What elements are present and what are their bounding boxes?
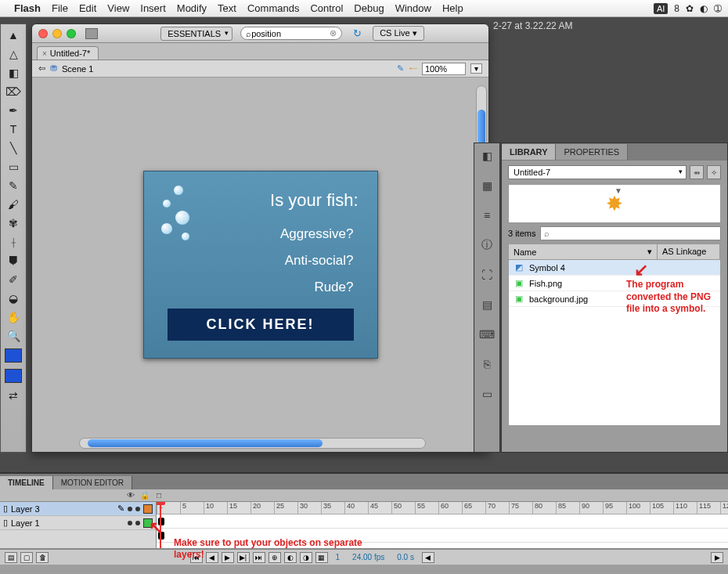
close-button[interactable] [38, 29, 48, 38]
flyout-align-icon[interactable]: ≡ [478, 208, 496, 223]
clear-search-icon[interactable]: ⊗ [330, 28, 337, 38]
minimize-button[interactable] [52, 29, 62, 38]
zoom-button[interactable] [67, 29, 76, 38]
banner-ad[interactable]: Is your fish: Aggressive? Anti-social? R… [143, 171, 378, 359]
pin-library-icon[interactable]: ⇴ [690, 165, 704, 179]
menu-view[interactable]: View [107, 2, 129, 14]
tool-hand[interactable]: ✋ [2, 309, 24, 325]
menu-insert[interactable]: Insert [140, 2, 166, 14]
flyout-code-icon[interactable]: ⌨ [478, 327, 496, 342]
scene-name[interactable]: Scene 1 [62, 64, 93, 74]
sort-icon[interactable]: ▾ [647, 247, 652, 257]
tool-subselect[interactable]: △ [2, 46, 24, 62]
menubar-app[interactable]: Flash [14, 2, 41, 14]
tab-properties[interactable]: PROPERTIES [556, 144, 628, 160]
tool-eraser[interactable]: ◒ [2, 291, 24, 306]
menu-help[interactable]: Help [442, 2, 463, 14]
banner-cta-button[interactable]: CLICK HERE! [168, 309, 354, 341]
layer-row[interactable]: ▯ Layer 3 ✎ [0, 502, 156, 516]
tool-paint-bucket[interactable]: ⛊ [2, 253, 24, 269]
col-linkage[interactable]: AS Linkage [658, 244, 720, 259]
flyout-project-icon[interactable]: ⎘ [478, 356, 496, 372]
tab-timeline[interactable]: TIMELINE [0, 476, 53, 489]
tool-zoom[interactable]: 🔍 [2, 328, 24, 344]
library-item[interactable]: ◩ Symbol 4 [509, 260, 720, 276]
new-layer-button[interactable]: ▤ [5, 552, 17, 563]
tool-bone[interactable]: ⟊ [2, 234, 24, 250]
edit-scene-icon[interactable]: ✎ [397, 63, 404, 74]
ruler-tick: 75 [509, 502, 519, 514]
menu-commands[interactable]: Commands [247, 2, 299, 14]
new-library-icon[interactable]: ✧ [707, 165, 721, 179]
tool-text[interactable]: T [2, 121, 24, 137]
frame-row[interactable] [157, 514, 728, 529]
tool-brush[interactable]: 🖌 [2, 197, 24, 212]
stroke-color-swatch[interactable] [5, 348, 22, 363]
lock-column-icon[interactable]: 🔒 [139, 491, 150, 500]
tab-close-icon[interactable]: × [42, 49, 47, 58]
ruler-tick: 85 [556, 502, 566, 514]
menu-edit[interactable]: Edit [79, 2, 96, 14]
timeline-scroll-right[interactable]: ▶ [711, 552, 723, 563]
menu-window[interactable]: Window [395, 2, 431, 14]
zoom-input[interactable] [422, 63, 466, 75]
doc-tab[interactable]: × Untitled-7* [37, 46, 99, 60]
timeline-scroll-left[interactable]: ◀ [422, 552, 434, 563]
workspace-dropdown[interactable]: ESSENTIALS [160, 27, 232, 41]
tool-free-transform[interactable]: ◧ [2, 65, 24, 81]
tab-library[interactable]: LIBRARY [502, 144, 556, 160]
eye-column-icon[interactable]: 👁 [125, 491, 136, 500]
flyout-library-icon[interactable]: ▤ [478, 297, 496, 312]
zoom-dropdown[interactable]: ▾ [470, 63, 482, 74]
menu-text[interactable]: Text [218, 2, 236, 14]
layer-row[interactable]: ▯ Layer 1 [0, 516, 156, 530]
delete-layer-button[interactable]: 🗑 [36, 552, 49, 563]
flyout-swatches-icon[interactable]: ▦ [478, 178, 496, 193]
scene-back-icon[interactable]: ⇦ [38, 63, 45, 74]
tab-motion-editor[interactable]: MOTION EDITOR [53, 476, 132, 489]
menu-extra-2-icon[interactable]: ◐ [700, 3, 708, 14]
library-tabs: LIBRARY PROPERTIES [502, 143, 727, 161]
layer-lock-dot[interactable] [135, 507, 140, 511]
tool-swap-colors[interactable]: ⇄ [2, 388, 24, 403]
flyout-info-icon[interactable]: ⓘ [478, 237, 496, 253]
edit-symbols-icon[interactable]: ⬳ [409, 64, 417, 74]
flyout-strings-icon[interactable]: ▭ [478, 386, 496, 402]
menu-modify[interactable]: Modify [177, 2, 207, 14]
titlebar[interactable]: ESSENTIALS ⌕ ⊗ ↻ CS Live ▾ [32, 24, 488, 43]
menu-extra-3-icon[interactable]: ➀ [714, 3, 722, 14]
tool-lasso[interactable]: ⌦ [2, 84, 24, 99]
h-scroll-thumb[interactable] [88, 439, 323, 447]
outline-column-icon[interactable]: □ [153, 491, 164, 500]
tool-select[interactable]: ▲ [2, 27, 24, 43]
menu-control[interactable]: Control [310, 2, 343, 14]
menu-debug[interactable]: Debug [354, 2, 384, 14]
layer-visible-dot[interactable] [128, 507, 132, 511]
tool-deco[interactable]: ✾ [2, 215, 24, 231]
fill-color-swatch[interactable] [5, 369, 22, 383]
tool-line[interactable]: ╲ [2, 140, 24, 156]
search-input[interactable] [251, 29, 314, 38]
horizontal-scrollbar[interactable] [79, 438, 426, 449]
tool-pencil[interactable]: ✎ [2, 178, 24, 193]
menu-file[interactable]: File [52, 2, 68, 14]
tool-rect[interactable]: ▭ [2, 159, 24, 175]
new-folder-button[interactable]: ▢ [20, 552, 33, 563]
stage[interactable]: Is your fish: Aggressive? Anti-social? R… [32, 78, 488, 452]
library-search-input[interactable] [551, 227, 717, 240]
search-box[interactable]: ⌕ ⊗ [240, 27, 342, 40]
menu-extra-1-icon[interactable]: ✿ [686, 3, 694, 14]
tool-ink[interactable]: ✐ [2, 272, 24, 287]
layer-lock-dot[interactable] [135, 521, 140, 525]
flyout-transform-icon[interactable]: ⛶ [478, 267, 496, 283]
col-name[interactable]: Name▾ [509, 244, 658, 259]
layer-color-swatch[interactable] [143, 504, 153, 514]
refresh-icon[interactable]: ↻ [353, 27, 362, 39]
frame-ruler[interactable]: 1510152025303540455055606570758085909510… [157, 502, 728, 514]
layer-visible-dot[interactable] [128, 521, 132, 525]
cs-live-dropdown[interactable]: CS Live ▾ [373, 26, 424, 41]
ruler-tick: 5 [180, 502, 186, 514]
tool-pen[interactable]: ✒ [2, 103, 24, 118]
library-doc-dropdown[interactable]: Untitled-7 [508, 165, 687, 179]
flyout-color-icon[interactable]: ◧ [478, 148, 496, 164]
